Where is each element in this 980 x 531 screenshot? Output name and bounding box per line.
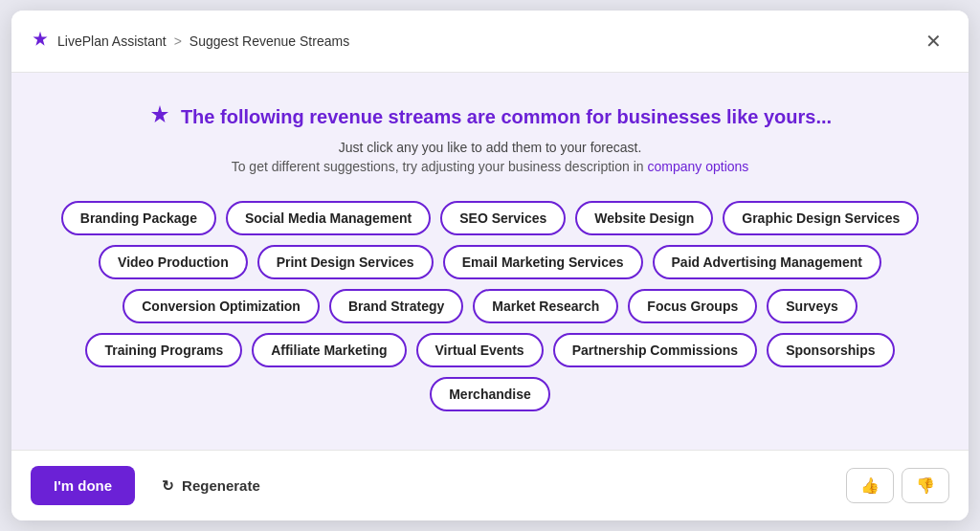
revenue-stream-tag[interactable]: Merchandise <box>430 377 550 411</box>
revenue-stream-tag[interactable]: Social Media Management <box>226 201 431 235</box>
revenue-stream-tag[interactable]: SEO Services <box>440 201 566 235</box>
thumbs-down-button[interactable]: 👎 <box>902 468 949 503</box>
modal-body: The following revenue streams are common… <box>11 73 969 450</box>
thumbs-down-icon: 👎 <box>916 477 935 494</box>
revenue-stream-tag[interactable]: Branding Package <box>61 201 216 235</box>
liveplan-star-icon <box>31 30 50 54</box>
revenue-stream-tag[interactable]: Affiliate Marketing <box>252 333 406 367</box>
modal-header: LivePlan Assistant > Suggest Revenue Str… <box>11 11 969 73</box>
headline-text: The following revenue streams are common… <box>181 106 832 128</box>
modal-footer: I'm done ↻ Regenerate 👍 👎 <box>11 450 969 520</box>
revenue-stream-tag[interactable]: Print Design Services <box>257 245 434 279</box>
revenue-stream-tag[interactable]: Sponsorships <box>767 333 894 367</box>
headline-star-icon <box>148 103 171 130</box>
regenerate-icon: ↻ <box>162 477 174 495</box>
done-button[interactable]: I'm done <box>31 466 135 505</box>
page-title-label: Suggest Revenue Streams <box>189 33 349 49</box>
headline-row: The following revenue streams are common… <box>50 103 930 130</box>
modal-container: LivePlan Assistant > Suggest Revenue Str… <box>11 11 969 520</box>
revenue-stream-tag[interactable]: Paid Advertising Management <box>653 245 881 279</box>
regenerate-button[interactable]: ↻ Regenerate <box>146 468 276 504</box>
revenue-stream-tag[interactable]: Surveys <box>767 289 857 323</box>
revenue-stream-tag[interactable]: Graphic Design Services <box>723 201 919 235</box>
revenue-stream-tag[interactable]: Market Research <box>473 289 618 323</box>
tags-container: Branding PackageSocial Media ManagementS… <box>50 201 930 411</box>
breadcrumb-separator: > <box>174 33 182 49</box>
revenue-stream-tag[interactable]: Brand Strategy <box>329 289 463 323</box>
app-name-label: LivePlan Assistant <box>57 33 167 49</box>
close-button[interactable]: ✕ <box>918 26 949 56</box>
revenue-stream-tag[interactable]: Conversion Optimization <box>122 289 320 323</box>
revenue-stream-tag[interactable]: Virtual Events <box>416 333 544 367</box>
revenue-stream-tag[interactable]: Video Production <box>99 245 248 279</box>
footer-right: 👍 👎 <box>846 468 949 503</box>
revenue-stream-tag[interactable]: Email Marketing Services <box>443 245 643 279</box>
breadcrumb: LivePlan Assistant > Suggest Revenue Str… <box>31 30 349 54</box>
revenue-stream-tag[interactable]: Training Programs <box>85 333 242 367</box>
footer-left: I'm done ↻ Regenerate <box>31 466 276 505</box>
revenue-stream-tag[interactable]: Website Design <box>575 201 713 235</box>
thumbs-up-icon: 👍 <box>860 477 880 494</box>
subtext2: To get different suggestions, try adjust… <box>50 159 930 174</box>
thumbs-up-button[interactable]: 👍 <box>846 468 894 503</box>
company-options-link[interactable]: company options <box>647 159 748 174</box>
regenerate-label: Regenerate <box>182 477 260 494</box>
headline-section: The following revenue streams are common… <box>50 103 930 174</box>
revenue-stream-tag[interactable]: Partnership Commissions <box>553 333 758 367</box>
subtext1: Just click any you like to add them to y… <box>50 140 930 155</box>
revenue-stream-tag[interactable]: Focus Groups <box>628 289 757 323</box>
